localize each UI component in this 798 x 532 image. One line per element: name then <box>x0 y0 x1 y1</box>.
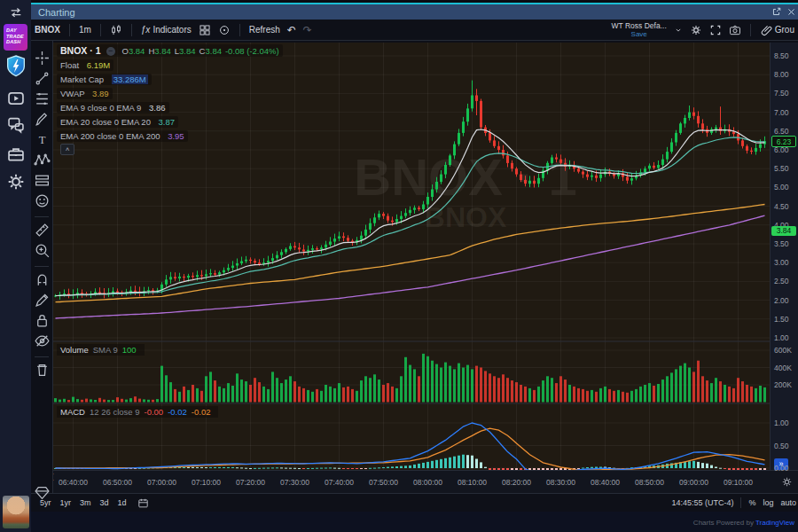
layout-selector[interactable]: WT Ross Defa... Save <box>612 22 667 38</box>
chevron-down-icon[interactable] <box>670 26 686 35</box>
rail-divider <box>35 356 49 357</box>
volume-legend-part: 100 <box>122 345 137 355</box>
clock-display[interactable]: 14:45:55 (UTC-4) <box>671 498 733 507</box>
panel-title: Charting <box>38 7 75 18</box>
user-avatar[interactable] <box>3 496 29 528</box>
fx-icon: ƒx <box>141 25 151 35</box>
volume-tick: 400K <box>774 364 792 372</box>
candle-style-button[interactable] <box>106 24 126 36</box>
legend-row[interactable]: EMA 200 close 0 EMA 200 3.95 <box>57 130 188 142</box>
close-icon[interactable] <box>786 4 796 20</box>
last-price-label: 6.23 <box>771 136 796 147</box>
undo-button[interactable]: ↶ <box>284 24 300 36</box>
percent-scale-button[interactable]: % <box>748 498 755 507</box>
price-tick: 2.50 <box>774 277 789 286</box>
snapshot-camera-icon[interactable] <box>725 24 745 36</box>
volume-legend[interactable]: VolumeSMA 9100 <box>57 344 145 356</box>
legend-row[interactable]: EMA 9 close 0 EMA 9 3.86 <box>57 102 169 113</box>
legend-row[interactable]: EMA 20 close 0 EMA 20 3.87 <box>57 116 178 128</box>
go-to-date-icon[interactable] <box>137 497 149 509</box>
range-button-1d[interactable]: 1d <box>118 498 127 507</box>
range-button-3d[interactable]: 3d <box>100 498 109 507</box>
tool-gem-icon[interactable] <box>34 484 51 501</box>
chart-legend: BNOX · 1−O3.84H3.84L3.84C3.84-0.08 (-2.0… <box>57 44 283 145</box>
macd-tick: 1.00 <box>774 419 789 427</box>
price-axis[interactable]: » 8.508.007.507.006.506.005.505.004.504.… <box>770 43 798 470</box>
save-link[interactable]: Save <box>612 30 667 38</box>
svg-text:T: T <box>39 134 46 146</box>
legend-row[interactable]: Market Cap 33.286M <box>57 74 152 85</box>
chart-settings-gear-icon[interactable] <box>686 24 706 36</box>
time-tick: 09:10:00 <box>712 478 765 487</box>
time-axis[interactable]: ❮ 06:40:0006:50:0007:00:0007:10:0007:20:… <box>53 470 798 493</box>
rail-divider <box>35 266 49 267</box>
fullscreen-icon[interactable] <box>706 24 725 36</box>
price-tick: 5.50 <box>774 164 789 173</box>
tool-crosshair-icon[interactable] <box>34 50 51 66</box>
powered-by-text: Charts Powered by <box>693 519 755 527</box>
tool-hide-icon[interactable] <box>34 332 51 349</box>
settings-gear-icon[interactable] <box>6 172 26 192</box>
chat-icon[interactable] <box>6 115 26 135</box>
legend-collapse-button[interactable]: ˄ <box>60 144 74 155</box>
range-toolbar: 5yr1yr3m3d1d 14:45:55 (UTC-4) % log auto <box>31 493 798 512</box>
tool-ruler-icon[interactable] <box>34 222 51 239</box>
legend-row[interactable]: VWAP 3.89 <box>57 88 113 99</box>
ohlc-key: O <box>122 46 129 56</box>
tool-fib-retracement-icon[interactable] <box>34 90 51 107</box>
tradingview-link[interactable]: TradingView <box>755 519 794 527</box>
tool-magnet-icon[interactable] <box>34 271 51 288</box>
paperclip-icon <box>760 24 772 36</box>
legend-row[interactable]: Float 6.19M <box>57 59 113 71</box>
layout-grid-icon[interactable] <box>195 24 215 36</box>
ohlc-value: 3.84 <box>129 46 145 56</box>
popout-icon[interactable] <box>771 4 781 20</box>
price-tick: 6.50 <box>774 127 789 136</box>
macd-tick: 0.50 <box>774 442 789 450</box>
volume-tick: 200K <box>774 380 792 389</box>
indicators-button[interactable]: ƒx Indicators <box>137 25 195 35</box>
macd-legend[interactable]: MACD12 26 close 9-0.00-0.02-0.02 <box>57 406 218 418</box>
macd-legend-part: 12 26 close 9 <box>90 407 140 417</box>
tool-emoji-icon[interactable] <box>34 192 51 209</box>
tool-text-icon[interactable]: T <box>34 131 51 148</box>
legend-symbol-row[interactable]: BNOX · 1−O3.84H3.84L3.84C3.84-0.08 (-2.0… <box>57 44 283 57</box>
macd-legend-part: -0.00 <box>145 407 164 417</box>
tool-edit-pencil-icon[interactable] <box>34 292 51 309</box>
refresh-button[interactable]: Refresh <box>246 25 284 35</box>
tool-lock-icon[interactable] <box>34 312 51 329</box>
app-footer: Charts Powered by TradingView <box>31 512 798 532</box>
tool-long-position-icon[interactable] <box>34 172 51 189</box>
tool-zoom-in-icon[interactable] <box>34 242 51 259</box>
volume-tick: 600K <box>774 346 792 355</box>
tool-xabcd-pattern-icon[interactable] <box>34 152 51 168</box>
replay-icon[interactable] <box>215 24 234 36</box>
ohlc-value: 3.84 <box>154 46 171 56</box>
price-chart[interactable]: BNOX · 1 BNOX BNOX · 1−O3.84H3.84L3.84C3… <box>53 43 770 470</box>
daytradedash-logo[interactable]: DAY TRADE DASH <box>4 24 27 51</box>
symbol-button[interactable]: BNOX <box>31 25 64 35</box>
redo-button[interactable]: ↷ <box>300 24 316 36</box>
current-price-label: 3.84 <box>771 226 796 236</box>
range-button-1yr[interactable]: 1yr <box>60 498 72 507</box>
briefcase-icon[interactable] <box>6 145 26 164</box>
collapse-sidebar-icon[interactable] <box>6 5 26 20</box>
log-scale-button[interactable]: log <box>763 498 773 507</box>
tool-trash-icon[interactable] <box>34 362 51 379</box>
volume-legend-part: SMA 9 <box>93 345 118 355</box>
video-icon[interactable] <box>6 89 26 108</box>
auto-scale-button[interactable]: auto <box>780 498 796 507</box>
range-button-3m[interactable]: 3m <box>80 498 91 507</box>
price-tick: 1.50 <box>774 315 789 324</box>
link-group-button[interactable]: Grou <box>756 24 798 36</box>
interval-button[interactable]: 1m <box>75 25 95 35</box>
macd-legend-part: -0.02 <box>192 407 211 417</box>
tool-trend-line-icon[interactable] <box>34 70 51 87</box>
macd-tick: 0.00 <box>774 464 789 473</box>
price-tick: 7.50 <box>774 89 789 98</box>
legend-more-icon[interactable]: − <box>106 47 115 56</box>
tool-brush-icon[interactable] <box>34 111 51 128</box>
shield-logo-icon[interactable] <box>5 54 27 79</box>
price-tick: 3.50 <box>774 239 789 248</box>
timeaxis-settings-gear-icon[interactable] <box>781 476 793 488</box>
